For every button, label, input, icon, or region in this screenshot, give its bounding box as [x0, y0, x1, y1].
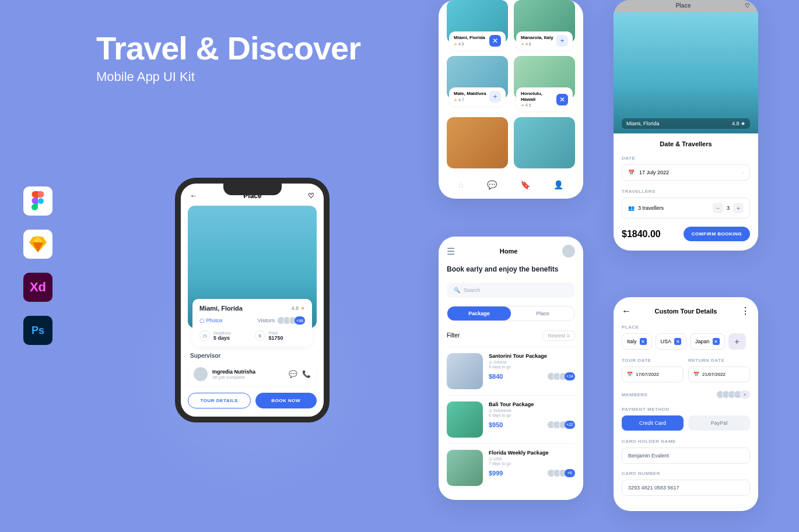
add-icon[interactable]: + [556, 35, 568, 47]
discover-grid-screen: Miami, Florida4.9✕ Manarola, Italy4.8+ M… [439, 0, 583, 199]
package-item[interactable]: Santorini Tour Package ◎ Greece 4 days t… [447, 347, 575, 395]
design-tools-list: Xd Ps [23, 186, 52, 345]
credit-card-button[interactable]: Credit Card [622, 415, 684, 431]
tour-date-input[interactable]: 📅17/07/2022 [622, 367, 684, 382]
tour-details-button[interactable]: TOUR DETAILS [188, 393, 251, 408]
pkg-price: $950 [489, 421, 503, 428]
tab-package[interactable]: Package [447, 306, 511, 320]
place-label: PLACE [622, 325, 750, 330]
add-icon[interactable]: + [489, 91, 501, 103]
svg-point-0 [38, 198, 44, 204]
place-chip[interactable]: USA✕ [656, 333, 687, 350]
people-icon: 👥 [628, 205, 635, 211]
place-rating: 4.8 [521, 42, 554, 47]
pkg-title: Santorini Tour Package [489, 353, 575, 359]
place-card: Miami, Florida 4.8 ★ ▢ Photos Visitors +… [192, 299, 312, 347]
visitors-info: Visitors +98 [258, 316, 305, 325]
paypal-button[interactable]: PayPal [688, 415, 750, 431]
back-icon[interactable]: ← [622, 306, 631, 316]
hero-title: Travel & Discover [96, 29, 360, 67]
pkg-days: 4 days to go [489, 365, 575, 369]
pkg-image [447, 353, 483, 389]
card-input[interactable]: 3293 4821 0583 5617 [622, 480, 750, 496]
remove-icon[interactable]: ✕ [713, 338, 720, 345]
place-rating: 4.8 ★ [732, 121, 745, 126]
place-rating: 4.7 [454, 98, 487, 103]
place-card[interactable] [447, 117, 508, 168]
place-chip[interactable]: Japan✕ [690, 333, 725, 350]
chat-icon[interactable]: 💬 [487, 180, 497, 189]
package-item[interactable]: Florida Weekly Package ◎ USA 7 days to g… [447, 443, 575, 492]
add-place-button[interactable]: + [728, 333, 746, 350]
calendar-icon: 📅 [628, 170, 635, 175]
heart-icon[interactable]: ♡ [745, 2, 750, 9]
figma-icon [23, 186, 52, 216]
profile-icon[interactable]: 👤 [553, 180, 563, 189]
supervisor-name: Ingredia Nutrisha [212, 369, 284, 375]
place-card[interactable]: Manarola, Italy4.8+ [514, 0, 575, 50]
back-icon[interactable]: ← [190, 192, 197, 200]
holder-label: CARD HOLDER NAME [622, 439, 750, 444]
supervisor-heading: Supervisor [190, 353, 314, 359]
hero-subtitle: Mobile App UI Kit [96, 69, 360, 84]
package-item[interactable]: Bali Tour Package ◎ Indonesia 6 days to … [447, 395, 575, 443]
user-avatar[interactable] [562, 245, 575, 258]
screen-title: Home [500, 248, 518, 255]
calendar-icon: 📅 [693, 372, 699, 377]
pkg-days: 7 days to go [489, 461, 575, 466]
remove-icon[interactable]: ✕ [674, 338, 681, 345]
supervisor-avatar [194, 367, 208, 381]
ps-icon: Ps [23, 316, 52, 345]
screen-title: Custom Tour Details [655, 308, 717, 315]
place-card[interactable]: Miami, Florida4.9✕ [447, 0, 508, 50]
search-input[interactable]: 🔍Search [447, 283, 575, 298]
place-card[interactable]: Male, Maldives4.7+ [447, 56, 508, 111]
remove-icon[interactable]: ✕ [489, 35, 501, 47]
remove-icon[interactable]: ✕ [640, 338, 647, 345]
place-name: Miami, Florida [626, 121, 660, 126]
total-price: $1840.00 [622, 229, 661, 239]
menu-icon[interactable]: ☰ [447, 246, 455, 257]
members-label: MEMBERS [622, 392, 647, 397]
book-now-button[interactable]: BOOK NOW [255, 393, 317, 408]
screen-title: Place [243, 192, 261, 200]
chat-icon[interactable]: 💬 [289, 370, 297, 378]
place-image [447, 117, 508, 168]
tabs: Package Place [447, 306, 575, 321]
place-rating: 4.8 ★ [291, 305, 305, 311]
pkg-location: ◎ USA [489, 457, 575, 461]
search-icon: 🔍 [454, 287, 460, 293]
home-icon[interactable]: ⌂ [458, 180, 463, 189]
pkg-image [447, 450, 483, 486]
sort-button[interactable]: Newest ≡ [542, 330, 575, 341]
xd-icon: Xd [23, 273, 52, 302]
remove-icon[interactable]: ✕ [556, 94, 568, 105]
sketch-icon [23, 230, 52, 259]
minus-button[interactable]: − [713, 203, 723, 213]
photos-link[interactable]: ▢ Photos [199, 318, 223, 323]
place-chip[interactable]: Italy✕ [622, 333, 652, 350]
supervisor-card[interactable]: Ingredia Nutrisha 36 job complete 💬 📞 [188, 362, 317, 386]
travellers-input: 👥3 travellers − 3 + [622, 198, 750, 219]
place-card[interactable] [514, 117, 575, 168]
booking-sheet: Date & Travellers DATE 📅17 July 2022› TR… [614, 133, 758, 251]
bookmark-icon[interactable]: 🔖 [520, 180, 530, 189]
return-date-input[interactable]: 📅21/07/2022 [688, 367, 750, 382]
more-icon[interactable]: ⋮ [741, 305, 750, 316]
plus-button[interactable]: + [733, 203, 744, 213]
payment-label: PAYMENT METHOD [622, 407, 750, 412]
heart-icon[interactable]: ♡ [308, 192, 314, 200]
date-input[interactable]: 📅17 July 2022› [622, 164, 750, 181]
place-title: Male, Maldives [454, 91, 487, 97]
phone-icon[interactable]: 📞 [302, 370, 311, 378]
tab-place[interactable]: Place [511, 306, 574, 320]
confirm-booking-button[interactable]: COMFIRM BOOKING [684, 227, 750, 241]
pkg-title: Florida Weekly Package [489, 450, 575, 456]
members-avatars[interactable]: + [716, 390, 750, 399]
place-image: Miami, Florida4.8 ★ [614, 12, 758, 133]
custom-tour-screen: ← Custom Tour Details ⋮ PLACE Italy✕ USA… [614, 297, 758, 511]
price-stat: $ Price$1750 [255, 330, 306, 341]
filter-label: Filter [447, 332, 460, 339]
place-card[interactable]: Honolulu, Hawaii4.5✕ [514, 56, 575, 111]
holder-input[interactable]: Benjamin Evalent [622, 448, 750, 464]
